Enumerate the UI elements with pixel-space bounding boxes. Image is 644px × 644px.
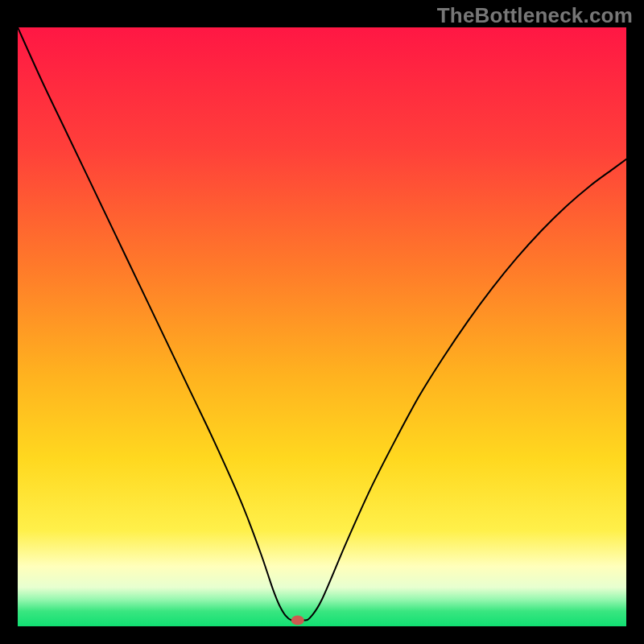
plot-area <box>18 27 626 626</box>
gradient-background <box>18 27 626 626</box>
watermark-text: TheBottleneck.com <box>437 3 633 28</box>
chart-container: TheBottleneck.com <box>0 0 644 644</box>
optimal-marker <box>291 616 304 625</box>
chart-svg <box>18 27 626 626</box>
